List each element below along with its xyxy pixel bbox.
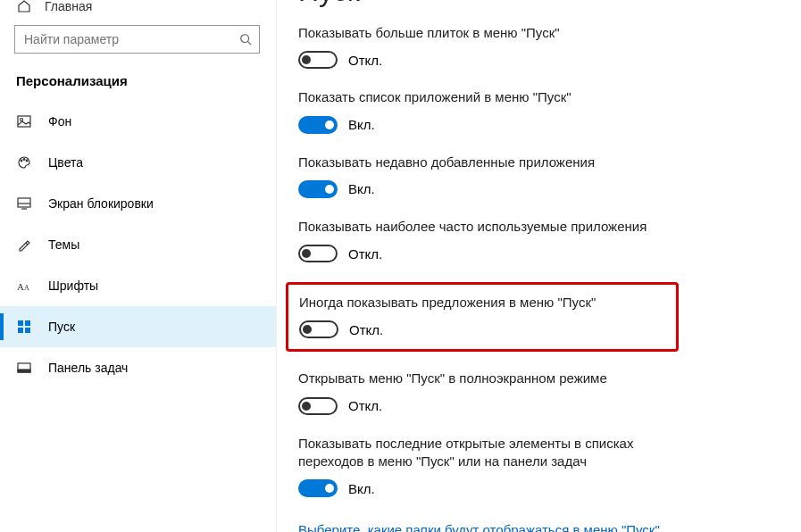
svg-rect-17	[18, 370, 30, 372]
svg-point-6	[26, 160, 28, 162]
toggle-state: Вкл.	[348, 117, 375, 132]
fonts-icon: AA	[16, 278, 32, 293]
main-content: Пуск Показывать больше плиток в меню "Пу…	[277, 0, 801, 532]
setting-label: Показать список приложений в меню "Пуск"	[298, 88, 691, 106]
toggle-state: Вкл.	[348, 481, 375, 496]
setting-label: Показывать последние открытые элементы в…	[298, 435, 691, 471]
taskbar-icon	[16, 362, 32, 373]
sidebar: Главная Персонализация Фон Цвета	[0, 0, 277, 532]
svg-text:A: A	[24, 284, 29, 292]
toggle-state: Откл.	[348, 246, 382, 262]
themes-icon	[16, 237, 32, 252]
sidebar-item-label: Темы	[48, 237, 79, 252]
setting-label: Иногда показывать предложения в меню "Пу…	[299, 294, 665, 312]
toggle-state: Вкл.	[348, 181, 375, 196]
toggle-recent-apps[interactable]	[298, 180, 338, 198]
sidebar-item-fonts[interactable]: AA Шрифты	[0, 265, 276, 306]
search-icon	[239, 33, 252, 46]
sidebar-item-lockscreen[interactable]: Экран блокировки	[0, 183, 276, 224]
setting-more-tiles: Показывать больше плиток в меню "Пуск" О…	[298, 24, 780, 69]
sidebar-item-label: Цвета	[48, 155, 83, 170]
sidebar-item-label: Панель задач	[48, 361, 128, 375]
search-field[interactable]	[24, 32, 239, 46]
svg-text:A: A	[17, 281, 24, 292]
toggle-state: Откл.	[349, 322, 383, 337]
toggle-more-tiles[interactable]	[298, 51, 338, 69]
start-icon	[16, 320, 32, 334]
setting-fullscreen: Открывать меню "Пуск" в полноэкранном ре…	[298, 370, 780, 414]
sidebar-item-label: Экран блокировки	[48, 196, 154, 211]
folders-link[interactable]: Выберите, какие папки будут отображаться…	[298, 522, 660, 532]
home-icon	[16, 0, 32, 13]
sidebar-item-taskbar[interactable]: Панель задач	[0, 347, 276, 388]
setting-app-list: Показать список приложений в меню "Пуск"…	[298, 88, 780, 133]
toggle-fullscreen[interactable]	[298, 397, 338, 415]
setting-most-used: Показывать наиболее часто используемые п…	[298, 218, 780, 262]
toggle-suggestions[interactable]	[299, 320, 338, 338]
svg-rect-12	[18, 320, 23, 326]
sidebar-item-start[interactable]: Пуск	[0, 306, 276, 347]
svg-point-0	[241, 35, 249, 43]
svg-rect-2	[18, 116, 30, 127]
sidebar-item-home[interactable]: Главная	[0, 0, 276, 18]
home-label: Главная	[45, 0, 92, 13]
setting-label: Показывать недавно добавленные приложени…	[298, 154, 691, 171]
picture-icon	[16, 115, 32, 128]
sidebar-item-background[interactable]: Фон	[0, 101, 276, 142]
svg-rect-14	[18, 328, 23, 333]
sidebar-item-colors[interactable]: Цвета	[0, 142, 276, 183]
toggle-jumplists[interactable]	[298, 479, 338, 497]
svg-line-1	[248, 42, 252, 46]
svg-point-5	[23, 159, 25, 161]
toggle-most-used[interactable]	[298, 245, 338, 262]
setting-recent-apps: Показывать недавно добавленные приложени…	[298, 154, 780, 198]
toggle-state: Откл.	[348, 53, 382, 68]
page-title: Пуск	[298, 0, 780, 8]
setting-suggestions: Иногда показывать предложения в меню "Пу…	[299, 294, 665, 338]
toggle-state: Откл.	[348, 398, 382, 413]
sidebar-item-label: Пуск	[48, 320, 75, 334]
svg-rect-15	[25, 328, 30, 333]
sidebar-item-themes[interactable]: Темы	[0, 224, 276, 265]
search-input[interactable]	[14, 25, 260, 54]
sidebar-item-label: Шрифты	[48, 278, 98, 293]
svg-point-4	[21, 160, 22, 162]
section-title: Персонализация	[0, 70, 276, 101]
svg-rect-13	[25, 320, 30, 326]
setting-label: Открывать меню "Пуск" в полноэкранном ре…	[298, 370, 691, 387]
setting-label: Показывать наиболее часто используемые п…	[298, 218, 691, 236]
lockscreen-icon	[16, 197, 32, 210]
highlighted-setting: Иногда показывать предложения в меню "Пу…	[286, 282, 679, 352]
sidebar-item-label: Фон	[48, 114, 71, 129]
palette-icon	[16, 155, 32, 170]
svg-rect-7	[18, 198, 30, 207]
setting-label: Показывать больше плиток в меню "Пуск"	[298, 24, 691, 42]
setting-jumplists: Показывать последние открытые элементы в…	[298, 435, 780, 498]
toggle-app-list[interactable]	[298, 116, 338, 134]
svg-point-3	[21, 119, 23, 121]
